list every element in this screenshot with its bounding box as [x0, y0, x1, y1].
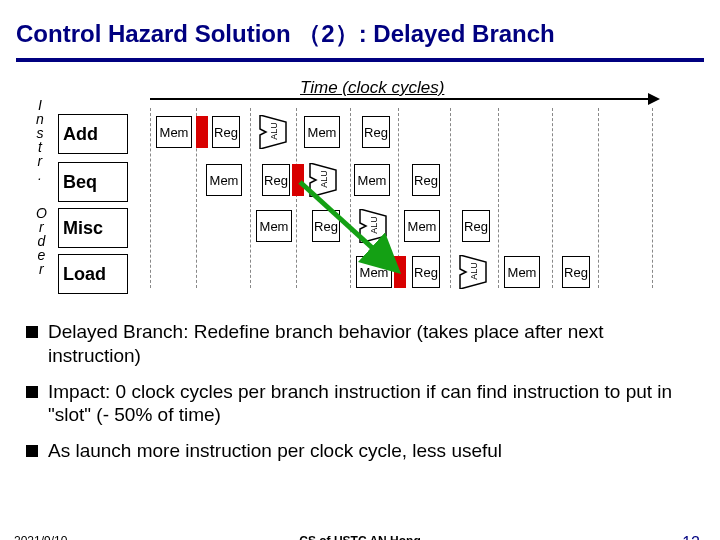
stage-alu: ALU — [458, 255, 488, 289]
bullet-item: As launch more instruction per clock cyc… — [26, 439, 700, 463]
instr-misc: Misc — [58, 208, 128, 248]
cycle-divider — [450, 108, 451, 288]
stage-reg: Reg — [212, 116, 240, 148]
footer-page-number: 12 — [682, 534, 700, 540]
bullet-list: Delayed Branch: Redefine branch behavior… — [26, 320, 700, 463]
cycle-divider — [552, 108, 553, 288]
forwarding-arrow — [296, 178, 406, 278]
cycle-divider — [498, 108, 499, 288]
instr-add: Add — [58, 114, 128, 154]
stage-mem: Mem — [206, 164, 242, 196]
stage-reg: Reg — [562, 256, 590, 288]
stage-reg: Reg — [262, 164, 290, 196]
bullet-item: Delayed Branch: Redefine branch behavior… — [26, 320, 700, 368]
stage-mem: Mem — [304, 116, 340, 148]
time-axis-label: Time (clock cycles) — [300, 78, 444, 98]
stage-reg: Reg — [412, 256, 440, 288]
instr-load: Load — [58, 254, 128, 294]
stage-mem: Mem — [256, 210, 292, 242]
vertical-label-instr: I n s t r . — [36, 98, 44, 182]
instr-beq: Beq — [58, 162, 128, 202]
stage-alu: ALU — [258, 115, 288, 149]
cycle-divider — [250, 108, 251, 288]
stage-reg: Reg — [412, 164, 440, 196]
pipeline-diagram: Time (clock cycles) I n s t r . O r d e … — [0, 78, 720, 308]
stage-mem: Mem — [156, 116, 192, 148]
svg-line-0 — [300, 182, 390, 264]
stage-mem: Mem — [404, 210, 440, 242]
stage-mem: Mem — [504, 256, 540, 288]
footer-center: CS of USTC AN Hong — [0, 534, 720, 540]
cycle-divider — [652, 108, 653, 288]
bullet-item: Impact: 0 clock cycles per branch instru… — [26, 380, 700, 428]
stage-reg: Reg — [362, 116, 390, 148]
vertical-label-order: O r d e r — [36, 206, 47, 276]
cycle-divider — [150, 108, 151, 288]
cycle-divider — [598, 108, 599, 288]
time-arrow-head — [648, 93, 660, 105]
stage-reg: Reg — [462, 210, 490, 242]
time-arrow-line — [150, 98, 650, 100]
highlight-mem-end — [196, 116, 208, 148]
title-underline — [16, 58, 704, 62]
slide-title: Control Hazard Solution （2）: Delayed Bra… — [0, 0, 720, 58]
